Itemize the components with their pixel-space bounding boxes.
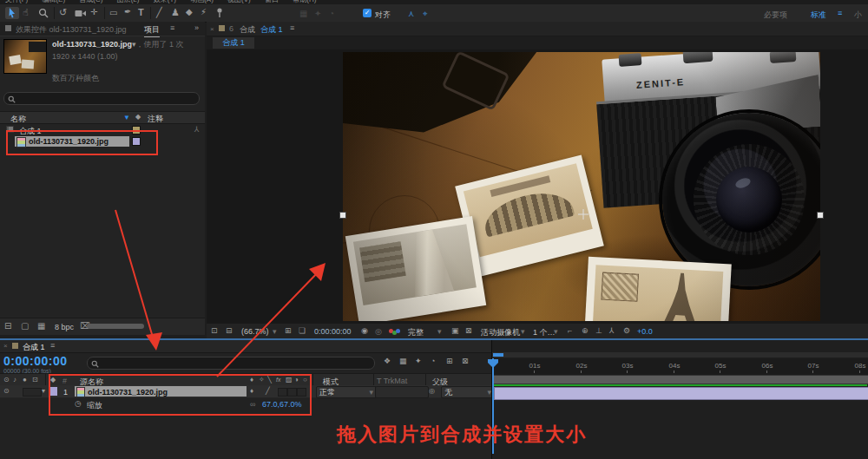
bit-depth[interactable]: 8 bpc [55, 323, 74, 331]
show-snapshot-icon[interactable]: ◎ [375, 327, 382, 336]
layer-handle-left[interactable] [339, 212, 346, 219]
hand-tool[interactable]: ☝ [23, 8, 29, 17]
blend-mode-select[interactable]: 正常▾ [316, 386, 377, 398]
monitor-icon[interactable]: ⊟ [226, 327, 233, 335]
composition-image[interactable]: ZENIT-E [343, 52, 820, 321]
time-ruler[interactable]: 01s 02s 03s 04s 05s 06s 07s 08s [492, 358, 868, 376]
menu-edit[interactable]: 编辑(E) [42, 0, 65, 3]
pen-tool[interactable]: ✒ [124, 8, 131, 16]
trkmat-select[interactable] [375, 386, 429, 398]
zoom-dropdown-icon[interactable]: ▾ [273, 327, 277, 336]
roi-icon[interactable]: ▣ [451, 327, 459, 335]
parent-pickwhip-icon[interactable]: ◎ [429, 388, 435, 395]
scale-property-row[interactable]: ◷ 缩放 ∞ 67.0,67.0% [0, 397, 491, 410]
axis-target-icon[interactable]: ⌖ [423, 9, 428, 19]
scale-property-name[interactable]: 缩放 [87, 400, 102, 411]
layer-twirl-icon[interactable]: ▾ [42, 388, 45, 395]
zoom-level[interactable]: (66.7%) [241, 327, 269, 336]
menu-comp[interactable]: 合成(C) [79, 0, 102, 3]
tab-project[interactable]: 项目 [144, 24, 160, 37]
project-row-footage[interactable]: old-1130731_1920.jpg [0, 135, 205, 148]
menu-view[interactable]: 视图(V) [227, 0, 251, 3]
snap-checkbox[interactable]: ✓ [363, 9, 372, 17]
sort-icon[interactable]: ▼ [123, 114, 130, 121]
new-folder-icon[interactable]: ▢ [21, 322, 29, 331]
menu-animation[interactable]: 动画(A) [190, 0, 214, 3]
layer-duration-bar[interactable] [494, 387, 868, 400]
layer-shy-toggle[interactable]: ♦ [250, 388, 253, 395]
comp-panel-menu-icon[interactable]: ≡ [290, 24, 294, 32]
graph-editor-icon[interactable]: ⊠ [462, 357, 469, 365]
project-search-input[interactable] [3, 92, 200, 105]
panel-menu-icon[interactable]: ≡ [170, 24, 174, 32]
eraser-tool[interactable]: ◆ [186, 8, 193, 16]
camera-view-select[interactable]: 活动摄像机 [481, 327, 520, 338]
layer-quality-toggle[interactable]: ╲ [266, 388, 270, 395]
puppet-pin-tool[interactable] [215, 8, 224, 18]
camera-tool[interactable] [75, 10, 87, 17]
layer-name[interactable]: old-1130731_1920.jpg [88, 388, 168, 397]
channel-icon[interactable] [389, 329, 401, 335]
menu-help[interactable]: 帮助(H) [293, 0, 316, 3]
trkmat-column[interactable]: T TrkMat [377, 377, 407, 385]
always-preview-icon[interactable]: ⊡ [211, 327, 218, 335]
workspace-essentials[interactable]: 必要项 [764, 10, 787, 21]
current-timecode[interactable]: 0:00:00:00 [3, 354, 68, 368]
timeline-search-input[interactable] [87, 357, 375, 370]
timeline-menu-icon[interactable]: ≡ [50, 342, 55, 350]
mask-visibility-icon[interactable]: ❏ [299, 327, 306, 335]
comp-label-swatch[interactable] [132, 126, 141, 134]
interpret-footage-icon[interactable]: ⊟ [4, 322, 11, 331]
comp-viewer[interactable]: ZENIT-E [207, 49, 868, 323]
layer-anchor-point[interactable] [578, 209, 589, 220]
camera-view-dropdown-icon[interactable]: ▾ [521, 327, 525, 336]
panel-overflow-icon[interactable]: » [194, 24, 199, 32]
pixel-aspect-icon[interactable]: ⌐ [568, 327, 572, 335]
track-scroll-thumb[interactable] [493, 353, 503, 357]
flowchart-icon[interactable]: ⅄ [609, 327, 615, 335]
label-column-icon[interactable]: ◆ [135, 114, 141, 121]
new-comp-icon[interactable]: ▦ [37, 322, 45, 331]
exposure-value[interactable]: +0.0 [637, 327, 653, 336]
ruler-icon[interactable]: ⊥ [595, 327, 602, 335]
menu-layer[interactable]: 图层(L) [117, 0, 140, 3]
selection-tool[interactable] [5, 7, 19, 19]
workspace-standard[interactable]: 标准 [811, 10, 826, 21]
menu-file[interactable]: 文件(F) [5, 0, 28, 3]
resolution-dropdown-icon[interactable]: ▾ [437, 327, 442, 336]
type-tool[interactable]: T [138, 8, 144, 17]
clone-stamp-tool[interactable]: ♟ [171, 8, 180, 17]
layer-row[interactable]: ⊙ ▾ 1 old-1130731_1920.jpg ♦ ╲ 正常▾ ◎ 无▾ [0, 385, 491, 398]
layer-label-swatch[interactable] [49, 387, 57, 396]
work-area-bar[interactable] [492, 375, 868, 384]
link-dimensions-icon[interactable]: ∞ [250, 400, 255, 409]
resolution-select[interactable]: 完整 [408, 327, 424, 338]
roto-brush-tool[interactable]: ⚡ [201, 8, 207, 16]
motion-blur-icon[interactable]: ⊞ [446, 357, 453, 365]
zoom-tool[interactable] [38, 8, 49, 18]
grid-guides-icon[interactable]: ⊞ [285, 327, 292, 335]
region-of-interest-icon[interactable]: ⊕ [582, 327, 589, 335]
menu-window[interactable]: 窗口 [265, 0, 279, 3]
footage-item-name[interactable]: old-1130731_1920.jpg [29, 137, 108, 146]
layer-eye-toggle[interactable]: ⊙ [3, 388, 10, 395]
comp-viewer-tab[interactable]: 合成 1 [213, 37, 254, 49]
track-top-scrollbar[interactable] [492, 352, 868, 357]
brush-tool[interactable]: ╱ [156, 8, 162, 17]
project-row-comp[interactable]: 合成 1 ⅄ [0, 124, 205, 135]
view-layout-dropdown-icon[interactable]: ▾ [554, 327, 558, 336]
menu-effect[interactable]: 效果(T) [154, 0, 176, 3]
draft-3d-icon[interactable]: ▦ [399, 357, 407, 365]
frame-blend-icon[interactable]: ◔ [431, 357, 435, 365]
exposure-gear-icon[interactable]: ⚙ [623, 327, 630, 335]
rotation-tool[interactable]: ↺ [59, 8, 67, 17]
scale-value[interactable]: 67.0,67.0 [262, 400, 295, 409]
footage-name[interactable]: old-1130731_1920.jpg [52, 40, 132, 49]
tab-effect-controls[interactable]: 效果控件 old-1130731_1920.jpg [16, 24, 126, 36]
workspace-small[interactable]: 小 [854, 10, 862, 21]
view-layout-select[interactable]: 1 个… [533, 327, 556, 338]
snapshot-icon[interactable]: ◉ [361, 327, 368, 335]
layer-handle-right[interactable] [817, 212, 824, 219]
rect-tool[interactable]: ▭ [109, 9, 117, 17]
project-scrollbar[interactable] [87, 324, 144, 329]
